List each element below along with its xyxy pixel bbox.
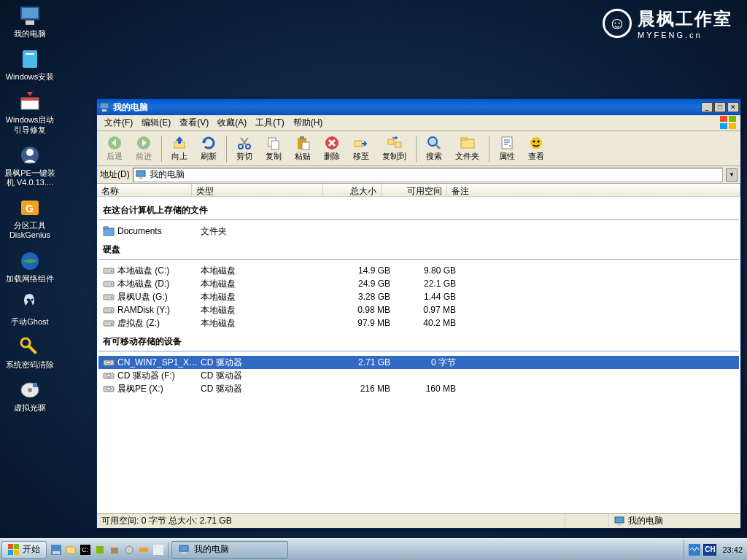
disk-icon	[103, 317, 115, 329]
column-name[interactable]: 名称	[97, 184, 192, 196]
toolbar-label: 向上	[171, 151, 187, 162]
ql-shortcut-icon[interactable]	[152, 543, 165, 556]
svg-point-57	[111, 310, 112, 311]
toolbar-button[interactable]: 刷新	[194, 133, 223, 164]
list-item[interactable]: CN_WIN7_SP1_X86...CD 驱动器2.71 GB0 字节	[98, 356, 739, 369]
menu-item[interactable]: 编辑(E)	[137, 115, 175, 131]
ql-desktop-icon[interactable]	[50, 543, 63, 556]
cd-icon	[103, 383, 115, 394]
desktop-icon[interactable]: 加载网络组件	[3, 248, 57, 285]
file-list[interactable]: 在这台计算机上存储的文件Documents文件夹硬盘本地磁盘 (C:)本地磁盘1…	[97, 197, 740, 513]
maximize-button[interactable]: □	[714, 102, 726, 112]
item-size: 14.9 GB	[332, 265, 390, 276]
address-value: 我的电脑	[150, 168, 721, 181]
ql-explorer-icon[interactable]	[64, 543, 77, 556]
minimize-button[interactable]: _	[701, 102, 713, 112]
list-item[interactable]: 本地磁盘 (D:)本地磁盘24.9 GB22.1 GB	[98, 277, 739, 290]
toolbar-button[interactable]: 文件夹	[449, 133, 486, 164]
list-item[interactable]: 虚拟盘 (Z:)本地磁盘97.9 MB40.2 MB	[98, 316, 739, 330]
toolbar-icon	[201, 135, 217, 151]
svg-rect-21	[729, 116, 736, 122]
svg-point-59	[111, 323, 112, 324]
column-space[interactable]: 可用空间	[382, 184, 447, 196]
menu-item[interactable]: 帮助(H)	[289, 115, 328, 131]
toolbar-button[interactable]: 删除	[317, 133, 347, 164]
desktop-icon[interactable]: 虚拟光驱	[3, 377, 57, 414]
ql-partition-icon[interactable]	[137, 543, 150, 556]
disk-icon	[103, 265, 115, 276]
ql-disk-icon[interactable]	[123, 543, 136, 556]
toolbar-button[interactable]: 移至	[347, 133, 376, 164]
desktop-area: 我的电脑Windows安装Windows启动引导修复晨枫PE一键装机 V4.0.…	[3, 3, 57, 414]
toolbar-label: 查看	[528, 151, 544, 162]
toolbar-button[interactable]: 剪切	[230, 133, 259, 164]
language-indicator[interactable]: CH	[703, 544, 716, 556]
address-input[interactable]: 我的电脑	[133, 168, 723, 182]
svg-point-13	[21, 338, 30, 347]
column-size[interactable]: 总大小	[323, 184, 382, 196]
list-item[interactable]: 本地磁盘 (C:)本地磁盘14.9 GB9.80 GB	[98, 264, 739, 277]
toolbar-label: 刷新	[201, 151, 217, 162]
titlebar[interactable]: 我的电脑 _ □ ✕	[97, 99, 740, 115]
desktop-icon-image	[18, 47, 42, 71]
desktop-icon[interactable]: 手动Ghost	[3, 291, 57, 328]
desktop-icon-label: Windows安装	[6, 72, 55, 82]
toolbar-button[interactable]: 搜索	[419, 133, 449, 164]
toolbar-button[interactable]: 查看	[522, 133, 551, 164]
tray-activity-icon[interactable]	[689, 544, 700, 556]
desktop-icon[interactable]: Windows安装	[3, 46, 57, 83]
list-item[interactable]: RAMDisk (Y:)本地磁盘0.98 MB0.97 MB	[98, 303, 739, 316]
status-left: 可用空间: 0 字节 总大小: 2.71 GB	[97, 514, 565, 528]
desktop-icon[interactable]: 系统密码清除	[3, 334, 57, 371]
svg-rect-3	[26, 53, 34, 55]
column-notes[interactable]: 备注	[447, 184, 740, 196]
svg-rect-68	[8, 544, 13, 549]
svg-rect-58	[104, 321, 114, 326]
desktop-icon[interactable]: G分区工具DiskGenius	[3, 195, 57, 241]
svg-point-11	[27, 298, 29, 300]
desktop-icon[interactable]: 晨枫PE一键装机 V4.0.13....	[3, 142, 57, 189]
svg-rect-41	[502, 137, 512, 149]
toolbar-button[interactable]: 粘贴	[288, 133, 317, 164]
desktop-icon[interactable]: Windows启动引导修复	[3, 89, 57, 136]
ql-cmd-icon[interactable]: C:	[79, 543, 92, 556]
list-item[interactable]: CD 驱动器 (F:)CD 驱动器	[98, 369, 739, 382]
cd-icon	[103, 370, 115, 381]
toolbar-label: 前进	[136, 151, 152, 162]
toolbar-separator	[489, 136, 489, 162]
menubar: 文件(F)编辑(E)查看(V)收藏(A)工具(T)帮助(H)	[97, 115, 740, 131]
clock[interactable]: 23:42	[719, 545, 746, 554]
svg-rect-54	[104, 295, 114, 300]
address-dropdown-button[interactable]: ▼	[726, 168, 738, 182]
toolbar-button: 前进	[129, 133, 158, 164]
svg-point-44	[533, 141, 535, 143]
menu-item[interactable]: 工具(T)	[251, 115, 288, 131]
desktop-icon[interactable]: 我的电脑	[3, 3, 57, 40]
toolbar-separator	[416, 136, 417, 162]
toolbar-button[interactable]: 复制	[259, 133, 288, 164]
desktop-icon-image	[18, 249, 42, 273]
toolbar-button[interactable]: 复制到	[376, 133, 413, 164]
menu-item[interactable]: 文件(F)	[100, 115, 137, 131]
item-type: CD 驱动器	[201, 357, 332, 369]
watermark: ☺ 晨枫工作室 MYFENG.cn	[603, 7, 732, 39]
ql-install-icon[interactable]	[108, 543, 121, 556]
menu-item[interactable]: 收藏(A)	[213, 115, 251, 131]
close-button[interactable]: ✕	[727, 102, 739, 112]
list-item[interactable]: 晨枫PE (X:)CD 驱动器216 MB160 MB	[98, 382, 739, 395]
toolbar-button[interactable]: 向上	[165, 133, 194, 164]
desktop-icon-label: 我的电脑	[14, 29, 46, 39]
column-type[interactable]: 类型	[192, 184, 323, 196]
list-item[interactable]: 晨枫U盘 (G:)本地磁盘3.28 GB1.44 GB	[98, 290, 739, 303]
taskbar-item-explorer[interactable]: 我的电脑	[171, 541, 288, 559]
toolbar-button[interactable]: 属性	[492, 133, 522, 164]
desktop-icon-label: 系统密码清除	[6, 360, 54, 370]
start-button[interactable]: 开始	[1, 541, 47, 559]
toolbar-label: 后退	[107, 151, 123, 162]
ql-devmgmt-icon[interactable]	[93, 543, 107, 556]
list-item[interactable]: Documents文件夹	[98, 225, 739, 238]
svg-point-65	[107, 387, 111, 390]
toolbar-label: 文件夹	[455, 151, 479, 162]
menu-item[interactable]: 查看(V)	[175, 115, 213, 131]
svg-rect-47	[139, 177, 143, 179]
